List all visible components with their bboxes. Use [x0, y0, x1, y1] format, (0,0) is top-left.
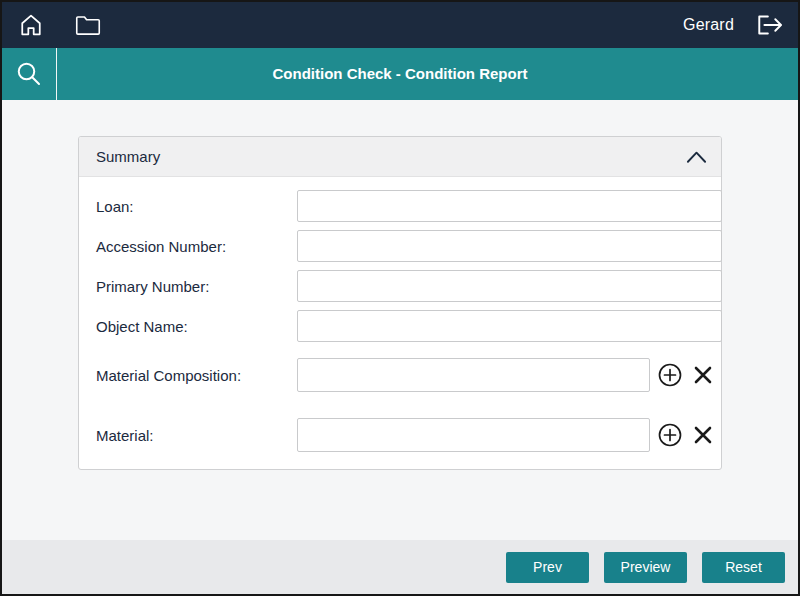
- form-row-accession-number: Accession Number:: [96, 230, 721, 262]
- summary-panel-header[interactable]: Summary: [79, 137, 721, 177]
- material-add-button[interactable]: [657, 422, 683, 448]
- add-circle-icon: [657, 362, 683, 388]
- logout-icon: [753, 11, 785, 39]
- form-row-material: Material:: [96, 418, 721, 452]
- add-circle-icon: [657, 422, 683, 448]
- accession-number-label: Accession Number:: [96, 238, 226, 255]
- accession-number-input[interactable]: [297, 230, 722, 262]
- logout-button[interactable]: [752, 9, 786, 41]
- top-navigation-bar: Gerard: [2, 2, 798, 48]
- primary-number-input[interactable]: [297, 270, 722, 302]
- form-row-material-composition: Material Composition:: [96, 358, 721, 392]
- loan-input[interactable]: [297, 190, 722, 222]
- clear-x-icon: [693, 365, 713, 385]
- home-icon: [17, 11, 45, 39]
- loan-label: Loan:: [96, 198, 134, 215]
- summary-panel: Summary Loan: Accession Number: Primary …: [78, 136, 722, 470]
- material-composition-add-button[interactable]: [657, 362, 683, 388]
- material-label: Material:: [96, 427, 154, 444]
- material-composition-label: Material Composition:: [96, 367, 241, 384]
- reset-button[interactable]: Reset: [702, 552, 785, 583]
- user-name[interactable]: Gerard: [683, 16, 734, 34]
- summary-panel-title: Summary: [96, 148, 160, 165]
- object-name-label: Object Name:: [96, 318, 188, 335]
- collapse-panel-button[interactable]: [685, 146, 707, 168]
- topbar-right-group: Gerard: [683, 9, 786, 41]
- material-composition-clear-button[interactable]: [691, 363, 715, 387]
- primary-number-label: Primary Number:: [96, 278, 209, 295]
- material-composition-input[interactable]: [297, 358, 650, 392]
- app-window: Gerard Condition Check -: [0, 0, 800, 596]
- page-header-bar: Condition Check - Condition Report: [2, 48, 798, 100]
- object-name-input[interactable]: [297, 310, 722, 342]
- folder-icon: [73, 12, 103, 38]
- preview-button[interactable]: Preview: [604, 552, 687, 583]
- form-row-loan: Loan:: [96, 190, 721, 222]
- folder-button[interactable]: [71, 9, 105, 41]
- material-clear-button[interactable]: [691, 423, 715, 447]
- form-row-object-name: Object Name:: [96, 310, 721, 342]
- form-row-primary-number: Primary Number:: [96, 270, 721, 302]
- chevron-up-icon: [686, 150, 707, 164]
- prev-button[interactable]: Prev: [506, 552, 589, 583]
- footer-action-bar: Prev Preview Reset: [2, 540, 798, 594]
- clear-x-icon: [693, 425, 713, 445]
- home-button[interactable]: [15, 9, 47, 41]
- page-title: Condition Check - Condition Report: [2, 48, 798, 100]
- material-input[interactable]: [297, 418, 650, 452]
